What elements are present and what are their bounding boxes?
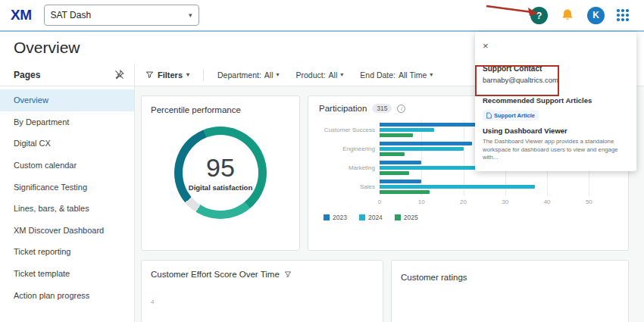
x-axis-tick: 10 <box>418 199 425 205</box>
chart-bar-2024 <box>380 185 535 189</box>
article-title-link[interactable]: Using Dashboard Viewer <box>483 127 629 135</box>
chart-category-label: Marketing <box>319 164 375 171</box>
top-bar: XM SAT Dash ▾ ? K <box>0 0 644 30</box>
chart-x-axis: 01020304050 <box>380 199 610 208</box>
chart-bar-2023 <box>380 142 472 145</box>
legend-item-2023: 2023 <box>324 214 347 221</box>
gauge-chart: 95 Digital satisfaction <box>174 127 267 219</box>
chart-bar-2025 <box>380 133 413 137</box>
document-icon <box>486 112 492 119</box>
card-title: Customer Effort Score Over Time <box>151 270 280 279</box>
sidebar-item-custom-calendar[interactable]: Custom calendar <box>0 155 134 177</box>
chart-legend: 202320242025 <box>324 214 617 221</box>
chart-category-label: Sales <box>319 183 375 190</box>
support-contact-email: barnaby@qualtrics.com <box>483 76 629 84</box>
pages-sidebar: OverviewBy DepartmentDigital CXCustom ca… <box>0 86 135 322</box>
x-axis-tick: 50 <box>586 199 592 205</box>
funnel-icon <box>145 70 154 79</box>
chart-bar-2023 <box>380 161 421 164</box>
support-article-tag[interactable]: Support Article <box>483 111 539 120</box>
chart-bar-2024 <box>380 128 434 132</box>
customer-ratings-card: Customer ratings <box>391 260 629 322</box>
y-axis-tick: 4 <box>151 299 374 305</box>
x-axis-tick: 0 <box>378 199 381 205</box>
user-avatar[interactable]: K <box>587 7 605 24</box>
sidebar-item-overview[interactable]: Overview <box>0 89 134 111</box>
chart-bar-2025 <box>380 171 409 175</box>
help-popover: × Support Contact barnaby@qualtrics.com … <box>475 32 636 171</box>
dashboard-selector[interactable]: SAT Dash ▾ <box>44 5 199 26</box>
page-title: Overview <box>14 39 80 57</box>
percentile-performance-card: Percentile performance 95 Digital satisf… <box>141 95 300 251</box>
info-icon[interactable]: i <box>397 105 405 113</box>
chevron-down-icon: ▾ <box>189 11 192 19</box>
chart-bar-2025 <box>380 152 405 156</box>
support-contact-title: Support Contact <box>483 64 629 73</box>
filter-dropdown-product[interactable]: Product:All▾ <box>296 70 344 80</box>
gauge-caption: Digital satisfaction <box>189 183 252 192</box>
sidebar-item-ticket-template[interactable]: Ticket template <box>0 263 134 285</box>
sidebar-item-lines-bars-tables[interactable]: Lines, bars, & tables <box>0 198 134 220</box>
sidebar-item-digital-cx[interactable]: Digital CX <box>0 133 134 155</box>
sidebar-item-by-department[interactable]: By Department <box>0 111 134 133</box>
filter-dropdowns: Department:All▾Product:All▾End Date:All … <box>217 70 433 80</box>
chart-bar-2025 <box>380 190 430 194</box>
chart-category-label: Customer Success <box>319 127 375 133</box>
filter-dropdown-end-date[interactable]: End Date:All Time▾ <box>360 70 433 80</box>
recommended-articles-heading: Recommended Support Articles <box>483 96 629 105</box>
sidebar-item-significance-testing[interactable]: Significance Testing <box>0 176 134 198</box>
response-count-badge: 315 <box>372 104 392 113</box>
x-axis-tick: 20 <box>460 199 467 205</box>
sidebar-item-action-plan-progress[interactable]: Action plan progress <box>0 284 134 306</box>
card-title: Customer ratings <box>401 273 467 282</box>
article-excerpt: The Dashboard Viewer app provides a stan… <box>483 138 629 162</box>
chevron-down-icon: ▾ <box>430 71 433 78</box>
dashboard-selector-value: SAT Dash <box>51 10 92 20</box>
chart-bar-2024 <box>380 147 464 151</box>
legend-item-2025: 2025 <box>395 214 418 221</box>
x-axis-tick: 40 <box>544 199 551 205</box>
filters-button[interactable]: Filters ▾ <box>145 70 189 80</box>
sidebar-item-xm-discover-dashboard[interactable]: XM Discover Dashboard <box>0 220 134 242</box>
chevron-down-icon: ▾ <box>276 71 279 78</box>
card-title: Percentile performance <box>151 105 290 114</box>
divider <box>203 69 204 81</box>
chevron-down-icon: ▾ <box>186 71 189 78</box>
x-axis-tick: 30 <box>502 199 508 205</box>
pages-panel-header: Pages <box>0 64 135 86</box>
app-grid-menu-icon[interactable] <box>617 9 629 21</box>
ces-over-time-card: Customer Effort Score Over Time 4 <box>141 260 383 322</box>
sidebar-item-ticket-reporting[interactable]: Ticket reporting <box>0 241 134 263</box>
pages-header-label: Pages <box>14 70 40 80</box>
chevron-down-icon: ▾ <box>340 71 343 78</box>
legend-item-2024: 2024 <box>359 214 383 221</box>
notifications-bell-icon[interactable] <box>560 8 575 23</box>
chart-category-label: Engineering <box>319 145 375 152</box>
close-icon[interactable]: × <box>483 41 489 51</box>
funnel-icon[interactable] <box>284 270 292 278</box>
unpin-icon[interactable] <box>114 69 125 80</box>
xm-logo[interactable]: XM <box>11 7 32 23</box>
gauge-value: 95 <box>206 155 235 180</box>
card-title: Participation <box>319 104 367 113</box>
filter-dropdown-department[interactable]: Department:All▾ <box>217 70 279 80</box>
chart-bar-2023 <box>380 180 421 183</box>
help-button[interactable]: ? <box>530 7 548 24</box>
